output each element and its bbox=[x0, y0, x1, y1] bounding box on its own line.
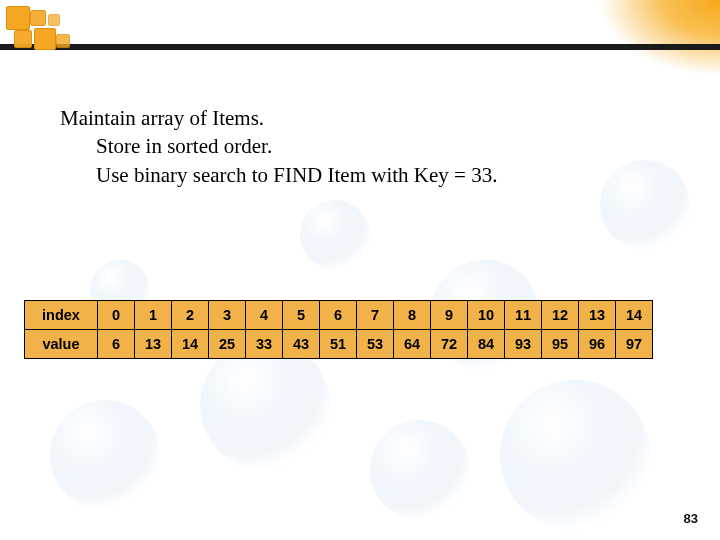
array-table: index 0 1 2 3 4 5 6 7 8 9 10 11 12 13 14… bbox=[24, 300, 653, 359]
value-cell: 33 bbox=[246, 330, 283, 359]
index-cell: 11 bbox=[505, 301, 542, 330]
text-line-3: Use binary search to FIND Item with Key … bbox=[60, 161, 497, 189]
table-row-index: index 0 1 2 3 4 5 6 7 8 9 10 11 12 13 14 bbox=[25, 301, 653, 330]
value-cell: 43 bbox=[283, 330, 320, 359]
corner-decoration bbox=[0, 0, 200, 80]
value-cell: 95 bbox=[542, 330, 579, 359]
value-cell: 96 bbox=[579, 330, 616, 359]
value-cell: 64 bbox=[394, 330, 431, 359]
value-cell: 25 bbox=[209, 330, 246, 359]
index-cell: 14 bbox=[616, 301, 653, 330]
value-cell: 84 bbox=[468, 330, 505, 359]
table-row-value: value 6 13 14 25 33 43 51 53 64 72 84 93… bbox=[25, 330, 653, 359]
index-cell: 5 bbox=[283, 301, 320, 330]
index-cell: 12 bbox=[542, 301, 579, 330]
index-cell: 1 bbox=[135, 301, 172, 330]
row-label-index: index bbox=[25, 301, 98, 330]
index-cell: 8 bbox=[394, 301, 431, 330]
index-cell: 6 bbox=[320, 301, 357, 330]
index-cell: 13 bbox=[579, 301, 616, 330]
text-line-2: Store in sorted order. bbox=[60, 132, 497, 160]
text-line-1: Maintain array of Items. bbox=[60, 106, 264, 130]
value-cell: 6 bbox=[98, 330, 135, 359]
value-cell: 14 bbox=[172, 330, 209, 359]
index-cell: 7 bbox=[357, 301, 394, 330]
index-cell: 3 bbox=[209, 301, 246, 330]
index-cell: 4 bbox=[246, 301, 283, 330]
index-cell: 9 bbox=[431, 301, 468, 330]
value-cell: 13 bbox=[135, 330, 172, 359]
value-cell: 97 bbox=[616, 330, 653, 359]
value-cell: 51 bbox=[320, 330, 357, 359]
value-cell: 53 bbox=[357, 330, 394, 359]
index-cell: 0 bbox=[98, 301, 135, 330]
value-cell: 93 bbox=[505, 330, 542, 359]
row-label-value: value bbox=[25, 330, 98, 359]
slide-body-text: Maintain array of Items. Store in sorted… bbox=[60, 104, 497, 189]
index-cell: 10 bbox=[468, 301, 505, 330]
index-cell: 2 bbox=[172, 301, 209, 330]
value-cell: 72 bbox=[431, 330, 468, 359]
page-number: 83 bbox=[684, 511, 698, 526]
